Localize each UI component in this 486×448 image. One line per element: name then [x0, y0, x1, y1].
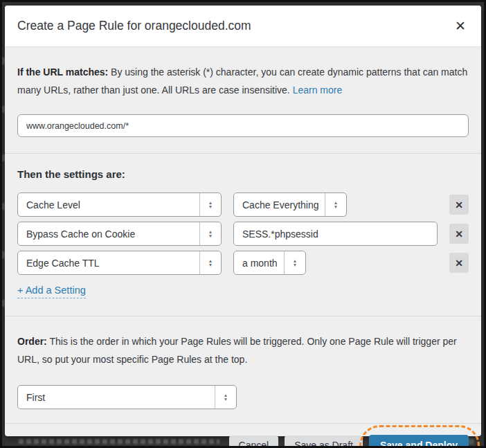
order-section: Order: This is the order in which your P…	[5, 316, 481, 423]
save-and-deploy-wrap: Save and Deploy	[369, 435, 469, 448]
select-arrows-icon: ▲▼	[215, 386, 236, 409]
setting-select-label: Edge Cache TTL	[18, 258, 199, 269]
dialog-header: Create a Page Rule for orangeclouded.com…	[5, 6, 481, 47]
select-arrows-icon: ▲▼	[284, 251, 305, 274]
order-select-label: First	[18, 392, 215, 403]
dialog-title: Create a Page Rule for orangeclouded.com	[17, 19, 452, 33]
settings-heading: Then the settings are:	[17, 168, 469, 180]
value-select-label: Cache Everything	[234, 199, 325, 210]
settings-section: Then the settings are: Cache Level ▲▼ Ca…	[5, 153, 481, 316]
value-select-a-month[interactable]: a month ▲▼	[233, 251, 306, 275]
create-page-rule-dialog: Create a Page Rule for orangeclouded.com…	[5, 6, 481, 436]
select-arrows-icon: ▲▼	[199, 222, 221, 245]
cookie-pattern-input[interactable]	[233, 222, 438, 246]
url-match-section: If the URL matches: By using the asteris…	[5, 47, 481, 153]
setting-row-bypass-cache: Bypass Cache on Cookie ▲▼ ✕	[17, 222, 469, 246]
add-setting-link[interactable]: + Add a Setting	[17, 285, 86, 298]
setting-select-cache-level[interactable]: Cache Level ▲▼	[17, 192, 222, 217]
value-select-cache-everything[interactable]: Cache Everything ▲▼	[233, 192, 347, 217]
select-arrows-icon: ▲▼	[199, 251, 221, 274]
setting-row-cache-level: Cache Level ▲▼ Cache Everything ▲▼ ✕	[17, 192, 469, 217]
order-select[interactable]: First ▲▼	[17, 385, 237, 409]
order-text: This is the order in which your Page Rul…	[17, 336, 457, 365]
remove-setting-icon[interactable]: ✕	[449, 195, 469, 215]
save-as-draft-button[interactable]: Save as Draft	[285, 436, 363, 448]
cancel-button[interactable]: Cancel	[229, 436, 279, 448]
setting-rows: Cache Level ▲▼ Cache Everything ▲▼ ✕ Byp…	[17, 192, 469, 275]
select-arrows-icon: ▲▼	[325, 193, 346, 216]
value-select-label: a month	[234, 258, 284, 269]
setting-row-edge-cache-ttl: Edge Cache TTL ▲▼ a month ▲▼ ✕	[17, 251, 469, 275]
select-arrows-icon: ▲▼	[199, 193, 221, 216]
remove-setting-icon[interactable]: ✕	[449, 253, 469, 273]
setting-select-label: Cache Level	[18, 199, 199, 210]
learn-more-link[interactable]: Learn more	[293, 84, 343, 96]
url-match-description: If the URL matches: By using the asteris…	[17, 63, 469, 99]
dialog-footer: Cancel Save as Draft Save and Deploy	[5, 423, 481, 448]
order-lead: Order:	[17, 336, 47, 347]
setting-select-edge-cache-ttl[interactable]: Edge Cache TTL ▲▼	[17, 251, 222, 275]
remove-setting-icon[interactable]: ✕	[449, 224, 469, 244]
url-pattern-input[interactable]	[17, 114, 469, 137]
order-description: Order: This is the order in which your P…	[17, 332, 469, 368]
url-match-lead: If the URL matches:	[17, 66, 108, 78]
save-and-deploy-button[interactable]: Save and Deploy	[369, 435, 469, 448]
setting-select-bypass-cache[interactable]: Bypass Cache on Cookie ▲▼	[17, 222, 222, 246]
screen: Create a Page Rule for orangeclouded.com…	[0, 0, 486, 448]
setting-select-label: Bypass Cache on Cookie	[18, 229, 199, 240]
close-icon[interactable]: ✕	[452, 18, 469, 34]
